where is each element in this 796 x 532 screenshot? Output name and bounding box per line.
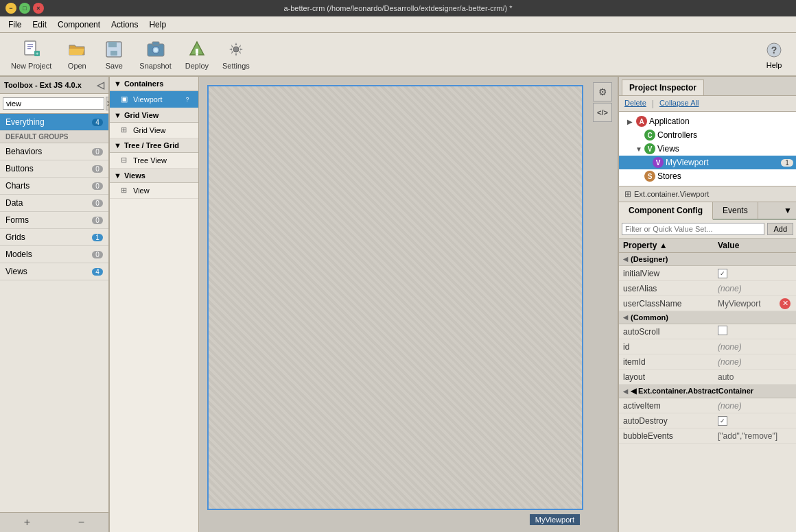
canvas-code-button[interactable]: </> (593, 103, 612, 122)
treeview-label-text: Tree View (133, 156, 167, 165)
svg-rect-12 (152, 42, 159, 45)
prop-autoscroll: autoScroll (619, 324, 796, 339)
save-button[interactable]: Save (97, 36, 131, 73)
prop-itemid: itemId (none) (619, 354, 796, 370)
section-abstract-container[interactable]: ◀ ◀ Ext.container.AbstractContainer (619, 385, 796, 398)
sub-item-gridview[interactable]: ⊞ Grid View (110, 123, 198, 138)
toolbox-item-buttons[interactable]: Buttons 0 (0, 160, 108, 178)
toolbox-item-data[interactable]: Data 0 (0, 195, 108, 212)
prop-id: id (none) (619, 339, 796, 354)
toolbox-default-groups: DEFAULT GROUPS (0, 131, 108, 143)
toolbox-list: Everything 4 DEFAULT GROUPS Behaviors 0 … (0, 114, 108, 512)
toolbox-item-models[interactable]: Models 0 (0, 246, 108, 263)
prop-bubbleevents: bubbleEvents ["add","remove"] (619, 428, 796, 444)
toolbox-remove-button[interactable]: − (54, 513, 108, 532)
bubbleevents-name: bubbleEvents (619, 430, 714, 442)
menubar: File Edit Component Actions Help (0, 16, 796, 33)
toolbox-buttons-label: Buttons (5, 164, 34, 173)
toolbox-forms-badge: 0 (92, 217, 103, 224)
toolbox-buttons-badge: 0 (92, 165, 103, 173)
prop-userclassname: userClassName MyViewport ✕ (619, 296, 796, 311)
toolbox-title: Toolbox - Ext JS 4.0.x (4, 81, 82, 89)
help-button[interactable]: ? Help (758, 36, 791, 72)
menu-component[interactable]: Component (52, 19, 106, 31)
autoscroll-checkbox[interactable] (718, 326, 727, 335)
maximize-button[interactable]: □ (19, 3, 30, 14)
open-icon (66, 38, 88, 60)
autodestroy-name: autoDestroy (619, 415, 714, 427)
prop-activeitem: activeItem (none) (619, 398, 796, 413)
svg-text:+: + (35, 51, 38, 57)
toolbox-item-forms[interactable]: Forms 0 (0, 212, 108, 229)
toolbox-header: Toolbox - Ext JS 4.0.x ◁ (0, 77, 108, 94)
sub-group-gridview[interactable]: ▼ Grid View (110, 108, 198, 123)
open-label: Open (68, 62, 86, 70)
canvas-frame (207, 85, 583, 510)
toolbox-item-views[interactable]: Views 4 (0, 263, 108, 280)
close-button[interactable]: × (33, 3, 44, 14)
menu-actions[interactable]: Actions (106, 19, 143, 31)
project-inspector-tab[interactable]: Project Inspector (622, 80, 704, 95)
sub-group-containers[interactable]: ▼ Containers (110, 77, 198, 91)
collapse-all-button[interactable]: Collapse All (659, 99, 699, 108)
toolbox-add-button[interactable]: + (0, 513, 54, 532)
tree-item-application[interactable]: ▶ A Application (619, 114, 796, 128)
toolbox-grids-badge: 1 (92, 234, 103, 241)
sub-item-viewport[interactable]: ▣ Viewport ? (110, 91, 198, 108)
menu-help[interactable]: Help (143, 19, 172, 31)
layout-name: layout (619, 371, 714, 383)
tree-arrow: ▼ (114, 141, 121, 149)
containers-arrow: ▼ (114, 80, 121, 88)
autodestroy-checkbox[interactable] (718, 416, 727, 426)
new-project-button[interactable]: + New Project (5, 36, 57, 73)
toolbox-item-grids[interactable]: Grids 1 (0, 229, 108, 246)
snapshot-button[interactable]: Snapshot (134, 36, 176, 73)
snapshot-icon (145, 38, 167, 60)
new-project-label: New Project (11, 62, 51, 70)
sub-item-view[interactable]: ⊞ View (110, 183, 198, 199)
config-tab-dropdown[interactable]: ▼ (780, 202, 796, 219)
section-designer[interactable]: ◀ (Designer) (619, 253, 796, 266)
toolbox-charts-label: Charts (5, 181, 30, 191)
toolbox-forms-label: Forms (5, 215, 29, 225)
tree-item-stores[interactable]: S Stores (619, 169, 796, 183)
myviewport-label: MyViewport (666, 158, 708, 167)
tab-component-config[interactable]: Component Config (619, 202, 713, 220)
sub-group-views[interactable]: ▼ Views (110, 169, 198, 183)
gridview-arrow: ▼ (114, 111, 121, 119)
sub-group-tree[interactable]: ▼ Tree / Tree Grid (110, 138, 198, 153)
deploy-button[interactable]: Deploy (180, 36, 214, 73)
toolbox-collapse-icon[interactable]: ◁ (97, 80, 104, 90)
search-input[interactable] (3, 97, 104, 110)
menu-file[interactable]: File (3, 19, 27, 31)
delete-button[interactable]: Delete (624, 99, 646, 108)
toolbox-item-everything[interactable]: Everything 4 (0, 114, 108, 131)
sub-item-treeview[interactable]: ⊟ Tree View (110, 153, 198, 169)
add-property-button[interactable]: Add (767, 223, 793, 235)
filter-input[interactable] (622, 223, 764, 235)
open-button[interactable]: Open (60, 36, 94, 73)
center-area: ▼ Containers ▣ Viewport ? ▼ Grid View ⊞ … (110, 77, 618, 532)
toolbox-panel: Toolbox - Ext JS 4.0.x ◁ ✕ ▼ ▶ Everythin… (0, 77, 110, 532)
userclassname-delete-button[interactable]: ✕ (780, 298, 791, 309)
userclassname-name: userClassName (619, 298, 714, 310)
initialview-checkbox[interactable] (718, 269, 727, 278)
toolbox-item-behaviors[interactable]: Behaviors 0 (0, 143, 108, 160)
tree-item-controllers[interactable]: C Controllers (619, 128, 796, 142)
section-common[interactable]: ◀ (Common) (619, 311, 796, 324)
property-col-header[interactable]: Property ▲ (619, 239, 714, 252)
settings-button[interactable]: Settings (217, 36, 255, 73)
ext-container-icon: ⊞ (624, 189, 631, 199)
minimize-button[interactable]: − (5, 3, 16, 14)
prop-useralias: userAlias (none) (619, 281, 796, 296)
menu-edit[interactable]: Edit (27, 19, 52, 31)
myvp-node-icon: V (653, 157, 664, 168)
svg-rect-1 (27, 44, 33, 45)
canvas-settings-button[interactable]: ⚙ (593, 82, 612, 101)
tree-item-views[interactable]: ▼ V Views (619, 142, 796, 156)
tab-events[interactable]: Events (713, 202, 758, 219)
viewport-icon: ▣ (121, 95, 130, 104)
toolbox-item-charts[interactable]: Charts 0 (0, 178, 108, 195)
tree-item-myviewport[interactable]: V MyViewport 1 (619, 156, 796, 169)
sort-icon: ▲ (659, 241, 668, 250)
